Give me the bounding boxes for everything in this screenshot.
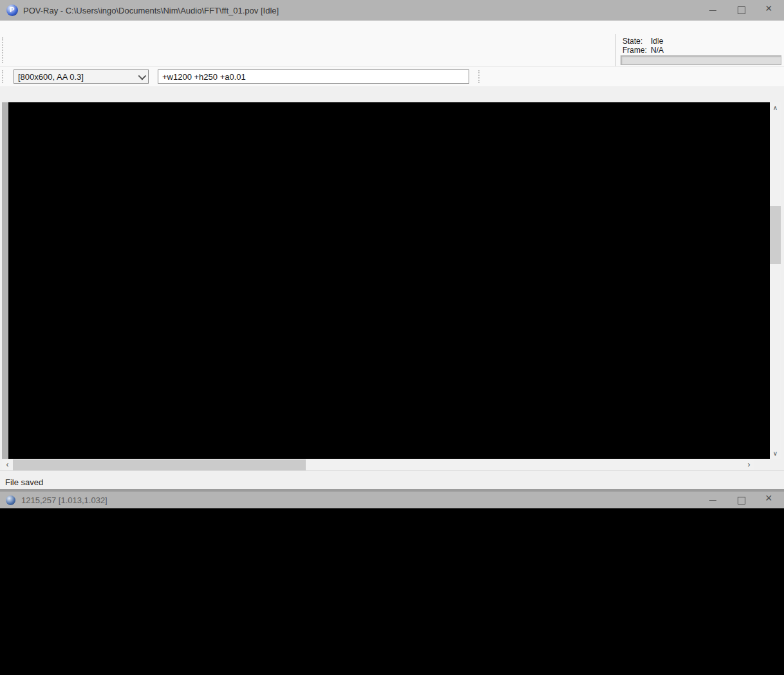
editor: ∧ ∨: [0, 102, 784, 459]
render-window-icon: [6, 495, 15, 505]
horizontal-scrollbar[interactable]: ‹ ›: [0, 459, 784, 470]
scroll-up-button[interactable]: ∧: [770, 102, 781, 113]
maximize-button[interactable]: [727, 0, 756, 21]
frame-label: Frame:: [622, 46, 651, 55]
editor-right-border: [781, 102, 784, 459]
main-titlebar: POV-Ray - C:\Users\ingo\Documents\Nim\Au…: [0, 0, 784, 21]
render-view: [0, 508, 784, 675]
window-title: POV-Ray - C:\Users\ingo\Documents\Nim\Au…: [23, 6, 279, 15]
render-canvas: [0, 508, 193, 605]
render-window-titlebar: 1215,257 [1.013,1.032]: [0, 492, 784, 508]
state-value: Idle: [651, 37, 663, 46]
editor-tab-bar: [0, 86, 784, 102]
vertical-scrollbar[interactable]: ∧ ∨: [770, 102, 781, 459]
render-state-panel: State: Idle Frame: N/A: [615, 34, 784, 66]
helpbar-gripper[interactable]: [478, 70, 482, 83]
vertical-scroll-thumb[interactable]: [770, 206, 781, 264]
chevron-down-icon: [138, 71, 147, 80]
scroll-right-button[interactable]: ›: [743, 459, 754, 470]
close-button[interactable]: [756, 0, 784, 21]
command-line-input[interactable]: [158, 69, 469, 84]
cmdrow-gripper[interactable]: [2, 70, 6, 83]
render-progress-bar: [621, 55, 781, 65]
frame-value: N/A: [651, 46, 664, 55]
resolution-preset-value: [800x600, AA 0.3]: [18, 72, 84, 82]
window-controls: [699, 0, 784, 21]
render-window-controls: [699, 492, 784, 508]
scroll-down-button[interactable]: ∨: [770, 448, 781, 459]
state-label: State:: [622, 37, 651, 46]
menu-bar: [0, 21, 784, 34]
minimize-button[interactable]: [699, 0, 727, 21]
status-message: File saved: [0, 476, 770, 489]
render-window-title: 1215,257 [1.013,1.032]: [21, 495, 107, 505]
render-close-button[interactable]: [756, 492, 784, 508]
status-gap: [0, 470, 784, 476]
status-bar: File saved: [0, 476, 784, 489]
editor-selection-margin[interactable]: [2, 102, 8, 459]
resolution-preset-dropdown[interactable]: [800x600, AA 0.3]: [14, 69, 149, 84]
toolbar-gripper[interactable]: [2, 37, 6, 63]
render-minimize-button[interactable]: [699, 492, 727, 508]
code-area[interactable]: [8, 102, 770, 459]
scroll-left-button[interactable]: ‹: [2, 459, 13, 470]
toolbar: State: Idle Frame: N/A: [0, 34, 784, 67]
command-row: [800x600, AA 0.3]: [0, 67, 784, 86]
horizontal-scroll-thumb[interactable]: [13, 459, 306, 470]
render-maximize-button[interactable]: [727, 492, 756, 508]
povray-app-icon: [6, 5, 18, 16]
horizontal-scroll-track[interactable]: [13, 459, 743, 470]
